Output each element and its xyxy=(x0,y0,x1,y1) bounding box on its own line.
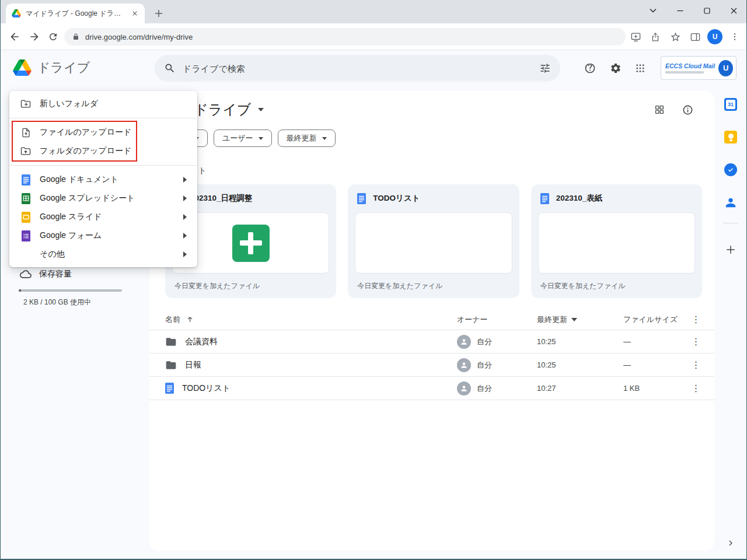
google-apps-grid-icon[interactable] xyxy=(632,60,648,76)
row-more-icon[interactable]: ⋮ xyxy=(685,337,707,346)
menu-item-google-docs[interactable]: Google ドキュメント xyxy=(9,170,197,189)
table-row[interactable]: TODOリスト 自分 10:27 1 KB ⋮ xyxy=(149,377,714,400)
menu-divider xyxy=(9,165,197,166)
account-badge-subtext xyxy=(665,71,704,74)
table-header-row: 名前 オーナー 最終更新 ファイルサイズ ⋮ xyxy=(149,309,714,330)
layout-toggle-icon[interactable] xyxy=(651,102,668,118)
submenu-arrow-icon xyxy=(183,195,187,201)
add-addon-icon[interactable] xyxy=(723,242,738,257)
suggestion-card[interactable]: 202310_表紙 今日変更を加えたファイル xyxy=(531,184,702,298)
column-header-modified[interactable]: 最終更新 xyxy=(537,314,623,325)
slides-icon xyxy=(20,211,32,223)
filter-chip-people[interactable]: ユーザー xyxy=(214,130,272,147)
tasks-icon[interactable] xyxy=(723,162,738,177)
menu-item-new-folder[interactable]: 新しいフォルダ xyxy=(9,94,197,113)
side-panel-icon[interactable] xyxy=(685,27,705,47)
filter-chip-modified[interactable]: 最終更新 xyxy=(278,130,336,147)
sort-ascending-icon xyxy=(186,315,194,324)
keep-icon[interactable] xyxy=(723,130,738,145)
menu-item-google-forms[interactable]: Google フォーム xyxy=(9,226,197,245)
card-preview xyxy=(538,212,695,274)
share-icon[interactable] xyxy=(645,27,665,47)
browser-profile-avatar[interactable]: U xyxy=(707,29,722,44)
info-icon[interactable] xyxy=(679,102,696,118)
card-caption: 今日変更を加えたファイル xyxy=(165,274,336,298)
card-preview xyxy=(355,212,512,274)
column-header-name[interactable]: 名前 xyxy=(165,314,457,325)
folder-upload-icon xyxy=(20,145,32,157)
tab-close-icon[interactable] xyxy=(130,8,140,19)
window-minimize-button[interactable] xyxy=(666,0,693,21)
search-icon[interactable] xyxy=(164,62,176,74)
card-title: 202310_日程調整 xyxy=(190,193,253,204)
drive-app-area: 保存容量 2 KB / 100 GB 使用中 マイドライブ 種類 ユーザー xyxy=(0,86,747,560)
search-options-icon[interactable] xyxy=(539,62,551,74)
drive-app-name: ドライブ xyxy=(37,59,90,76)
account-avatar[interactable]: U xyxy=(718,60,733,76)
address-bar[interactable]: drive.google.com/drive/my-drive xyxy=(64,28,626,46)
new-tab-button[interactable] xyxy=(152,6,166,20)
menu-item-file-upload[interactable]: ファイルのアップロード xyxy=(9,123,197,142)
help-icon[interactable] xyxy=(582,60,598,76)
browser-window: マイドライブ - Google ドライブ xyxy=(0,0,747,560)
file-upload-icon xyxy=(20,127,32,138)
menu-item-google-sheets[interactable]: Google スプレッドシート xyxy=(9,189,197,208)
install-app-icon[interactable] xyxy=(626,27,645,47)
table-header-more-icon[interactable]: ⋮ xyxy=(685,315,707,324)
browser-toolbar: drive.google.com/drive/my-drive U xyxy=(0,23,747,50)
menu-item-more[interactable]: その他 xyxy=(9,245,197,264)
file-name: 日報 xyxy=(185,360,201,370)
bookmark-star-icon[interactable] xyxy=(665,27,685,47)
card-caption: 今日変更を加えたファイル xyxy=(531,274,702,298)
tab-search-chevron-icon[interactable] xyxy=(640,0,666,21)
calendar-icon[interactable]: 31 xyxy=(723,97,738,112)
row-more-icon[interactable]: ⋮ xyxy=(685,360,707,370)
account-badge[interactable]: ECCS Cloud Mail U xyxy=(661,56,736,80)
lock-icon[interactable] xyxy=(72,33,79,41)
file-name: 会議資料 xyxy=(185,337,218,347)
card-title: 202310_表紙 xyxy=(556,193,603,204)
owner-name: 自分 xyxy=(477,383,492,394)
forward-button[interactable] xyxy=(25,27,44,47)
owner-avatar-icon xyxy=(457,382,471,396)
chevron-down-icon xyxy=(322,137,327,140)
url-text: drive.google.com/drive/my-drive xyxy=(85,33,193,41)
submenu-arrow-icon xyxy=(183,251,187,257)
browser-tab[interactable]: マイドライブ - Google ドライブ xyxy=(6,4,145,23)
submenu-arrow-icon xyxy=(183,233,187,239)
suggestion-card[interactable]: TODOリスト 今日変更を加えたファイル xyxy=(348,184,519,298)
sidebar-item-storage[interactable]: 保存容量 xyxy=(20,268,72,280)
submenu-arrow-icon xyxy=(183,214,187,220)
row-more-icon[interactable]: ⋮ xyxy=(685,384,707,393)
file-table: 名前 オーナー 最終更新 ファイルサイズ ⋮ xyxy=(149,309,714,400)
page-title-dropdown-icon[interactable] xyxy=(258,108,264,111)
settings-gear-icon[interactable] xyxy=(608,60,624,76)
card-caption: 今日変更を加えたファイル xyxy=(348,274,519,298)
back-button[interactable] xyxy=(5,27,25,47)
chevron-down-icon xyxy=(259,137,263,140)
table-row[interactable]: 会議資料 自分 10:25 — ⋮ xyxy=(149,330,714,354)
menu-item-folder-upload[interactable]: フォルダのアップロード xyxy=(9,142,197,160)
folder-icon xyxy=(165,359,177,371)
expand-side-panel-icon[interactable] xyxy=(723,536,738,551)
owner-avatar-icon xyxy=(457,358,471,372)
cloud-icon xyxy=(20,268,32,280)
storage-label: 保存容量 xyxy=(39,269,72,279)
drive-logo[interactable]: ドライブ xyxy=(13,59,90,76)
drive-header: ドライブ ECCS Cloud Mail U xyxy=(0,50,747,86)
owner-name: 自分 xyxy=(477,360,492,370)
modified-time: 10:27 xyxy=(537,384,623,393)
modified-time: 10:25 xyxy=(537,360,623,369)
sort-descending-icon xyxy=(571,318,577,321)
search-input[interactable] xyxy=(183,64,532,74)
menu-item-google-slides[interactable]: Google スライド xyxy=(9,208,197,226)
window-maximize-button[interactable] xyxy=(693,0,720,21)
contacts-icon[interactable] xyxy=(723,195,738,210)
table-row[interactable]: 日報 自分 10:25 — ⋮ xyxy=(149,354,714,377)
docs-icon xyxy=(20,174,32,186)
drive-search-bar[interactable] xyxy=(155,55,560,82)
window-close-button[interactable] xyxy=(720,0,747,21)
tab-favicon-drive-icon xyxy=(12,9,21,18)
reload-button[interactable] xyxy=(43,27,63,47)
browser-menu-icon[interactable] xyxy=(725,27,745,47)
